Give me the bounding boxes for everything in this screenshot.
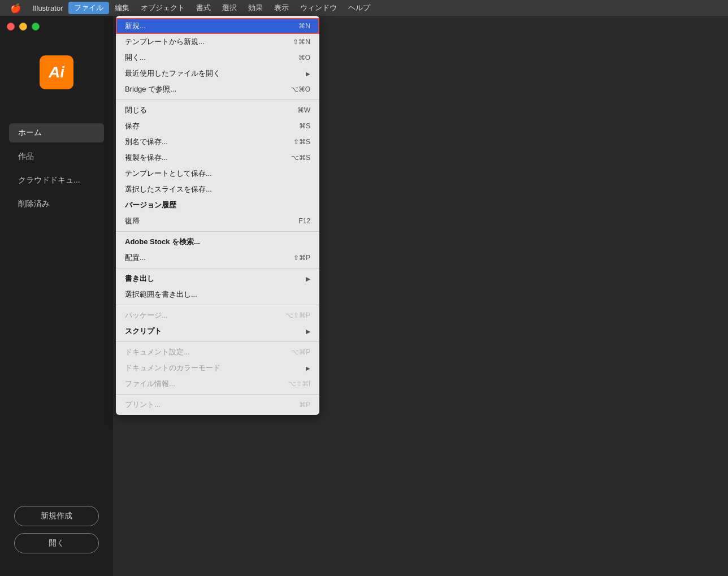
menu-item-save-shortcut: ⌘S	[299, 122, 310, 130]
menu-item-color-mode[interactable]: ドキュメントのカラーモード ▶	[116, 360, 319, 376]
menu-item-print[interactable]: プリント... ⌘P	[116, 397, 319, 413]
menu-item-export-selection[interactable]: 選択範囲を書き出し...	[116, 287, 319, 302]
separator-2	[116, 231, 319, 232]
menu-item-file-info-label: ファイル情報...	[125, 379, 175, 389]
menu-item-new-label: 新規...	[125, 21, 146, 31]
ai-logo: Ai	[40, 55, 73, 89]
menu-item-close[interactable]: 閉じる ⌘W	[116, 102, 319, 118]
menu-item-version-history[interactable]: バージョン履歴	[116, 197, 319, 213]
new-create-button[interactable]: 新規作成	[14, 506, 99, 526]
traffic-lights	[7, 23, 40, 31]
fullscreen-button[interactable]	[32, 23, 40, 31]
sidebar-nav: ホーム 作品 クラウドドキュ... 削除済み	[0, 123, 113, 214]
menu-item-doc-settings[interactable]: ドキュメント設定... ⌥⌘P	[116, 344, 319, 360]
menu-item-print-shortcut: ⌘P	[299, 401, 310, 409]
menubar-file[interactable]: ファイル	[68, 2, 109, 14]
menubar-window[interactable]: ウィンドウ	[294, 2, 343, 14]
menu-item-export-label: 書き出し	[125, 274, 154, 284]
menu-item-open[interactable]: 開く... ⌘O	[116, 50, 319, 66]
menubar-help[interactable]: ヘルプ	[343, 2, 376, 14]
menu-item-revert-shortcut: F12	[298, 217, 310, 225]
menu-item-color-mode-label: ドキュメントのカラーモード	[125, 363, 220, 373]
menu-item-export[interactable]: 書き出し ▶	[116, 271, 319, 287]
menu-item-export-selection-label: 選択範囲を書き出し...	[125, 289, 197, 300]
menubar-select[interactable]: 選択	[216, 2, 242, 14]
menu-item-save-selected-slices-label: 選択したスライスを保存...	[125, 184, 212, 194]
menu-item-open-shortcut: ⌘O	[298, 54, 310, 62]
close-button[interactable]	[7, 23, 15, 31]
menu-item-scripts-label: スクリプト	[125, 326, 162, 336]
menu-item-place-label: 配置...	[125, 253, 146, 263]
submenu-arrow-open-recent: ▶	[306, 71, 310, 77]
apple-menu[interactable]: 🍎	[5, 3, 27, 14]
menu-item-new-shortcut: ⌘N	[298, 22, 310, 30]
menu-item-open-recent-label: 最近使用したファイルを開く	[125, 68, 220, 79]
menu-item-save-template[interactable]: テンプレートとして保存...	[116, 166, 319, 181]
menu-item-package[interactable]: パッケージ... ⌥⇧⌘P	[116, 308, 319, 323]
menubar: 🍎 Illustrator ファイル 編集 オブジェクト 書式 選択 効果 表示…	[0, 0, 728, 16]
menu-item-new-from-template-shortcut: ⇧⌘N	[293, 38, 310, 46]
menu-item-place-shortcut: ⇧⌘P	[293, 254, 310, 262]
menu-item-save-as-label: 別名で保存...	[125, 137, 168, 147]
menubar-edit[interactable]: 編集	[109, 2, 135, 14]
menu-item-adobe-stock[interactable]: Adobe Stock を検索...	[116, 234, 319, 250]
menu-item-scripts[interactable]: スクリプト ▶	[116, 323, 319, 339]
menu-item-close-label: 閉じる	[125, 105, 147, 115]
menu-item-save-selected-slices[interactable]: 選択したスライスを保存...	[116, 181, 319, 197]
submenu-arrow-export: ▶	[306, 276, 310, 282]
sidebar-item-trash[interactable]: 削除済み	[9, 194, 104, 214]
menu-item-place[interactable]: 配置... ⇧⌘P	[116, 250, 319, 266]
separator-5	[116, 341, 319, 342]
menu-item-save-label: 保存	[125, 121, 140, 131]
menu-item-package-shortcut: ⌥⇧⌘P	[285, 311, 310, 319]
menubar-object[interactable]: オブジェクト	[135, 2, 190, 14]
sidebar-item-works[interactable]: 作品	[9, 147, 104, 166]
menu-item-save-as-shortcut: ⇧⌘S	[293, 138, 310, 146]
submenu-arrow-scripts: ▶	[306, 328, 310, 335]
menu-item-doc-settings-shortcut: ⌥⌘P	[291, 348, 310, 356]
menu-item-open-label: 開く...	[125, 53, 146, 63]
menu-item-save-copy[interactable]: 複製を保存... ⌥⌘S	[116, 150, 319, 166]
open-button[interactable]: 開く	[14, 533, 99, 553]
ai-logo-text: Ai	[49, 63, 64, 81]
menu-item-revert-label: 復帰	[125, 216, 140, 226]
menu-item-save-copy-shortcut: ⌥⌘S	[291, 154, 310, 162]
menu-item-new-from-template[interactable]: テンプレートから新規... ⇧⌘N	[116, 34, 319, 50]
separator-4	[116, 305, 319, 305]
menubar-illustrator[interactable]: Illustrator	[27, 3, 68, 14]
menu-item-save-template-label: テンプレートとして保存...	[125, 168, 212, 179]
menu-item-file-info[interactable]: ファイル情報... ⌥⇧⌘I	[116, 376, 319, 392]
sidebar-buttons: 新規作成 開く	[0, 506, 113, 553]
menu-item-file-info-shortcut: ⌥⇧⌘I	[288, 380, 310, 388]
file-dropdown-menu: 新規... ⌘N テンプレートから新規... ⇧⌘N 開く... ⌘O 最近使用…	[116, 16, 319, 415]
menu-item-new[interactable]: 新規... ⌘N	[116, 18, 319, 34]
menubar-type[interactable]: 書式	[190, 2, 216, 14]
menu-item-package-label: パッケージ...	[125, 310, 168, 321]
separator-1	[116, 99, 319, 100]
menu-item-bridge[interactable]: Bridge で参照... ⌥⌘O	[116, 81, 319, 97]
menu-item-bridge-shortcut: ⌥⌘O	[291, 85, 310, 93]
menu-item-save[interactable]: 保存 ⌘S	[116, 118, 319, 134]
menu-item-print-label: プリント...	[125, 400, 161, 410]
menu-item-version-history-label: バージョン履歴	[125, 200, 176, 210]
menu-item-new-from-template-label: テンプレートから新規...	[125, 37, 205, 47]
menu-item-revert[interactable]: 復帰 F12	[116, 213, 319, 229]
menubar-view[interactable]: 表示	[268, 2, 294, 14]
menubar-effect[interactable]: 効果	[242, 2, 268, 14]
menu-item-bridge-label: Bridge で参照...	[125, 84, 176, 94]
minimize-button[interactable]	[19, 23, 27, 31]
menu-item-save-copy-label: 複製を保存...	[125, 153, 168, 163]
menu-item-doc-settings-label: ドキュメント設定...	[125, 347, 190, 357]
menu-item-close-shortcut: ⌘W	[297, 106, 310, 114]
sidebar-item-cloud[interactable]: クラウドドキュ...	[9, 171, 104, 190]
separator-6	[116, 394, 319, 395]
menu-item-open-recent[interactable]: 最近使用したファイルを開く ▶	[116, 66, 319, 81]
separator-3	[116, 268, 319, 268]
sidebar: Ai ホーム 作品 クラウドドキュ... 削除済み 新規作成 開く	[0, 16, 113, 576]
sidebar-item-home[interactable]: ホーム	[9, 123, 104, 142]
submenu-arrow-color-mode: ▶	[306, 365, 310, 371]
menu-item-save-as[interactable]: 別名で保存... ⇧⌘S	[116, 134, 319, 150]
menu-item-adobe-stock-label: Adobe Stock を検索...	[125, 237, 200, 247]
